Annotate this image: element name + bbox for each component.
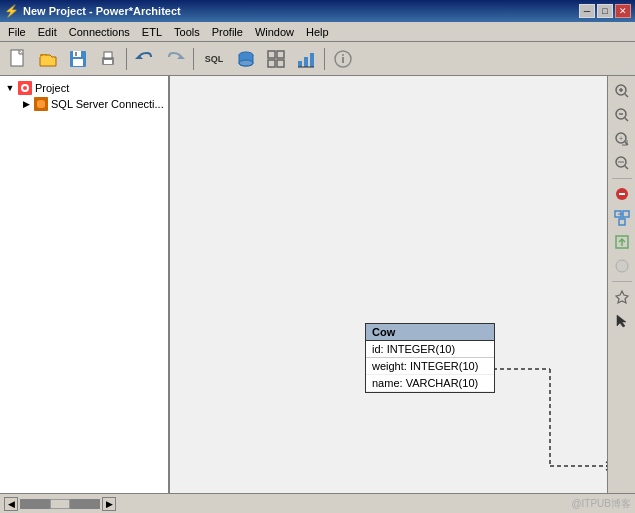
tree-expand-project[interactable]: ▼ bbox=[4, 82, 16, 94]
menu-profile[interactable]: Profile bbox=[206, 24, 249, 40]
zoom-fit-button[interactable]: + bbox=[611, 128, 633, 150]
scroll-area: ◀ ▶ bbox=[4, 497, 116, 511]
menu-tools[interactable]: Tools bbox=[168, 24, 206, 40]
pin-button[interactable] bbox=[611, 286, 633, 308]
svg-line-35 bbox=[606, 462, 607, 466]
right-separator-2 bbox=[612, 281, 632, 282]
toolbar: SQL bbox=[0, 42, 635, 76]
db-button[interactable] bbox=[232, 46, 260, 72]
project-icon bbox=[18, 81, 32, 95]
toolbar-sep-3 bbox=[324, 48, 325, 70]
window-title: New Project - Power*Architect bbox=[23, 5, 181, 17]
scroll-left-button[interactable]: ◀ bbox=[4, 497, 18, 511]
db-icon bbox=[34, 97, 48, 111]
save-button[interactable] bbox=[64, 46, 92, 72]
svg-rect-19 bbox=[310, 53, 314, 67]
svg-line-36 bbox=[606, 466, 607, 470]
er-table-cow-pk: id: INTEGER(10) bbox=[366, 341, 494, 358]
new-button[interactable] bbox=[4, 46, 32, 72]
svg-line-41 bbox=[625, 94, 628, 97]
svg-point-60 bbox=[616, 260, 628, 272]
zoom-in-button[interactable] bbox=[611, 80, 633, 102]
svg-line-49 bbox=[625, 166, 628, 169]
er-table-cow[interactable]: Cow id: INTEGER(10) weight: INTEGER(10) … bbox=[365, 323, 495, 393]
tree-label-project: Project bbox=[35, 82, 69, 94]
menu-file[interactable]: File bbox=[2, 24, 32, 40]
tree-expand-sqlconn[interactable]: ▶ bbox=[20, 98, 32, 110]
svg-line-44 bbox=[625, 118, 628, 121]
chart-button[interactable] bbox=[292, 46, 320, 72]
grid-button[interactable] bbox=[262, 46, 290, 72]
svg-rect-15 bbox=[268, 60, 275, 67]
scroll-track[interactable] bbox=[20, 499, 100, 509]
svg-rect-54 bbox=[623, 211, 629, 217]
scroll-thumb[interactable] bbox=[50, 499, 70, 509]
svg-rect-18 bbox=[304, 57, 308, 67]
svg-marker-9 bbox=[135, 55, 143, 59]
svg-point-12 bbox=[239, 60, 253, 66]
er-table-cow-row-1: name: VARCHAR(10) bbox=[366, 375, 494, 392]
watermark: @ITPUB博客 bbox=[571, 497, 631, 511]
svg-rect-4 bbox=[73, 59, 83, 66]
menu-etl[interactable]: ETL bbox=[136, 24, 168, 40]
svg-point-26 bbox=[23, 86, 27, 90]
relationship-lines bbox=[170, 76, 607, 493]
menu-connections[interactable]: Connections bbox=[63, 24, 136, 40]
svg-rect-5 bbox=[75, 52, 77, 56]
print-button[interactable] bbox=[94, 46, 122, 72]
right-separator-1 bbox=[612, 178, 632, 179]
zoom-out-button[interactable] bbox=[611, 104, 633, 126]
svg-marker-10 bbox=[177, 55, 185, 59]
toolbar-sep-1 bbox=[126, 48, 127, 70]
title-bar: ⚡ New Project - Power*Architect ─ □ ✕ bbox=[0, 0, 635, 22]
minimize-button[interactable]: ─ bbox=[579, 4, 595, 18]
svg-rect-17 bbox=[298, 61, 302, 67]
svg-text:+: + bbox=[619, 135, 623, 142]
info-button[interactable] bbox=[329, 46, 357, 72]
er-table-cow-header: Cow bbox=[366, 324, 494, 341]
delete-button[interactable] bbox=[611, 183, 633, 205]
menu-bar: File Edit Connections ETL Tools Profile … bbox=[0, 22, 635, 42]
svg-rect-7 bbox=[104, 52, 112, 58]
toolbar-sep-2 bbox=[193, 48, 194, 70]
menu-window[interactable]: Window bbox=[249, 24, 300, 40]
main-area: ▼ Project ▶ SQL Server Connecti... bbox=[0, 76, 635, 493]
status-bar: ◀ ▶ @ITPUB博客 bbox=[0, 493, 635, 513]
menu-help[interactable]: Help bbox=[300, 24, 335, 40]
zoom-select-button[interactable] bbox=[611, 152, 633, 174]
svg-rect-16 bbox=[277, 60, 284, 67]
er-table-cow-row-0: weight: INTEGER(10) bbox=[366, 358, 494, 375]
app-icon: ⚡ bbox=[4, 4, 19, 18]
tree-panel: ▼ Project ▶ SQL Server Connecti... bbox=[0, 76, 170, 493]
svg-marker-62 bbox=[617, 315, 626, 327]
close-button[interactable]: ✕ bbox=[615, 4, 631, 18]
svg-rect-14 bbox=[277, 51, 284, 58]
svg-rect-55 bbox=[619, 219, 625, 225]
export-button[interactable] bbox=[611, 231, 633, 253]
auto-layout-button[interactable] bbox=[611, 207, 633, 229]
highlight-button[interactable] bbox=[611, 255, 633, 277]
svg-marker-61 bbox=[616, 291, 628, 303]
er-table-cow-body: weight: INTEGER(10) name: VARCHAR(10) bbox=[366, 358, 494, 392]
open-button[interactable] bbox=[34, 46, 62, 72]
menu-edit[interactable]: Edit bbox=[32, 24, 63, 40]
svg-rect-8 bbox=[104, 60, 112, 64]
arrow-cursor-button[interactable] bbox=[611, 310, 633, 332]
tree-label-sqlconn: SQL Server Connecti... bbox=[51, 98, 164, 110]
maximize-button[interactable]: □ bbox=[597, 4, 613, 18]
svg-point-23 bbox=[342, 54, 344, 56]
canvas-area[interactable]: Cow id: INTEGER(10) weight: INTEGER(10) … bbox=[170, 76, 607, 493]
sql-button[interactable]: SQL bbox=[198, 46, 230, 72]
svg-rect-13 bbox=[268, 51, 275, 58]
right-toolbar: + bbox=[607, 76, 635, 493]
redo-button[interactable] bbox=[161, 46, 189, 72]
scroll-right-button[interactable]: ▶ bbox=[102, 497, 116, 511]
tree-item-project[interactable]: ▼ Project bbox=[0, 80, 168, 96]
tree-item-sqlconn[interactable]: ▶ SQL Server Connecti... bbox=[0, 96, 168, 112]
undo-button[interactable] bbox=[131, 46, 159, 72]
